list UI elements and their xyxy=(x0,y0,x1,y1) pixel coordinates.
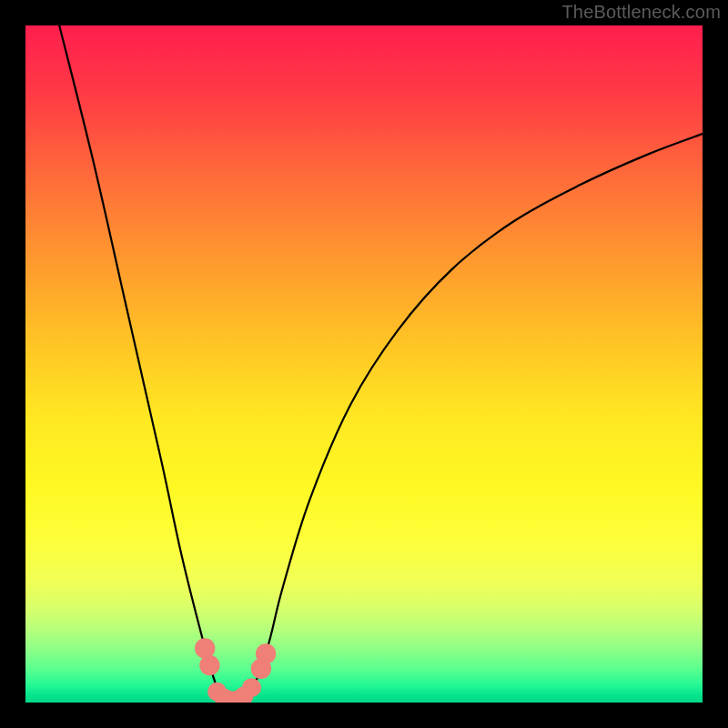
bottleneck-curve xyxy=(59,25,703,702)
data-point-marker xyxy=(199,655,219,675)
data-point-marker xyxy=(256,643,276,663)
plot-area xyxy=(25,25,703,703)
data-point-marker xyxy=(242,678,261,697)
curve-layer xyxy=(25,25,703,703)
outer-frame: TheBottleneck.com xyxy=(0,0,728,728)
watermark-text: TheBottleneck.com xyxy=(561,2,721,23)
